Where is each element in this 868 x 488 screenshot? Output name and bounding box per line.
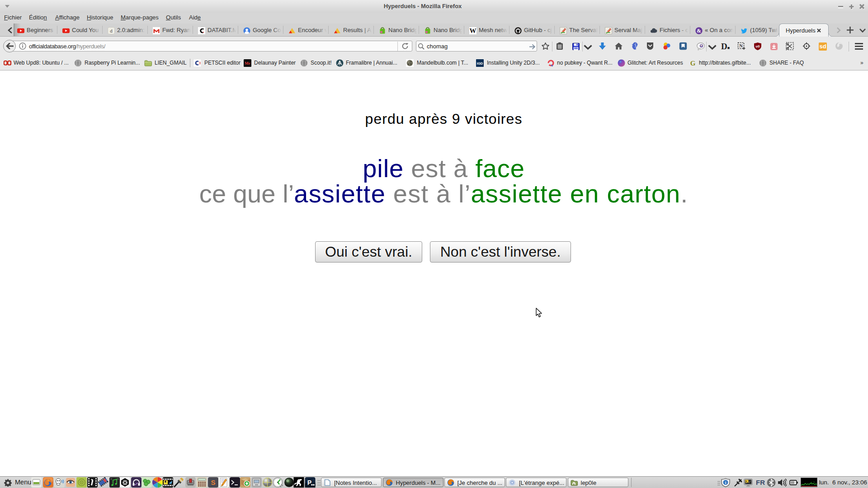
svg-text:d: d: [110, 28, 113, 33]
svg-text:IGD: IGD: [477, 61, 483, 66]
svg-text:u0: u0: [756, 44, 760, 48]
svg-text:S: S: [211, 479, 215, 486]
svg-text:&: &: [697, 28, 701, 33]
svg-text:G: G: [690, 60, 696, 67]
svg-text:Mr: Mr: [245, 61, 250, 66]
svg-text:W: W: [470, 27, 476, 34]
svg-text:P: P: [307, 479, 311, 486]
svg-text:N: N: [739, 43, 743, 48]
